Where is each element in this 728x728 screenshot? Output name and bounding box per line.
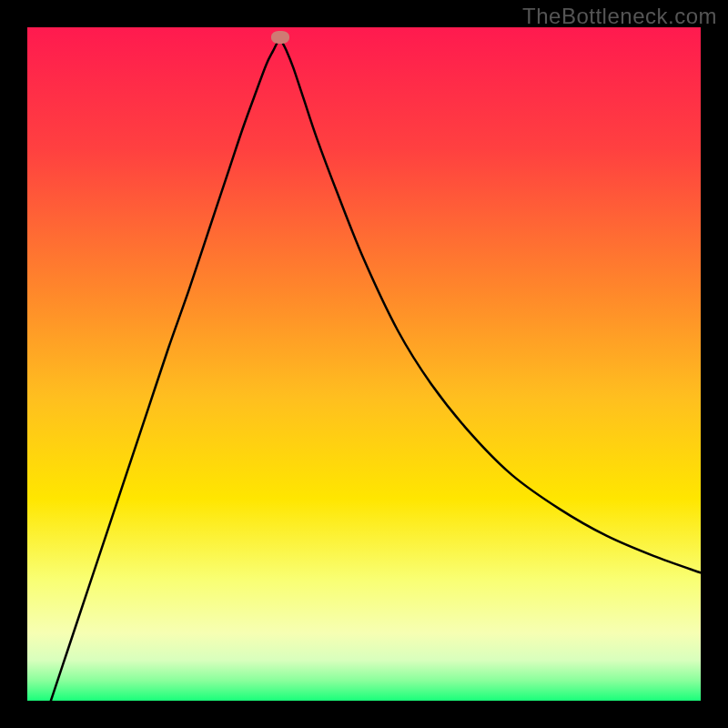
plot-area <box>27 27 701 701</box>
plot-svg <box>27 27 701 701</box>
chart-frame: TheBottleneck.com <box>0 0 728 728</box>
watermark-text: TheBottleneck.com <box>522 4 717 29</box>
plot-background <box>27 27 701 701</box>
bottleneck-marker <box>271 31 289 44</box>
